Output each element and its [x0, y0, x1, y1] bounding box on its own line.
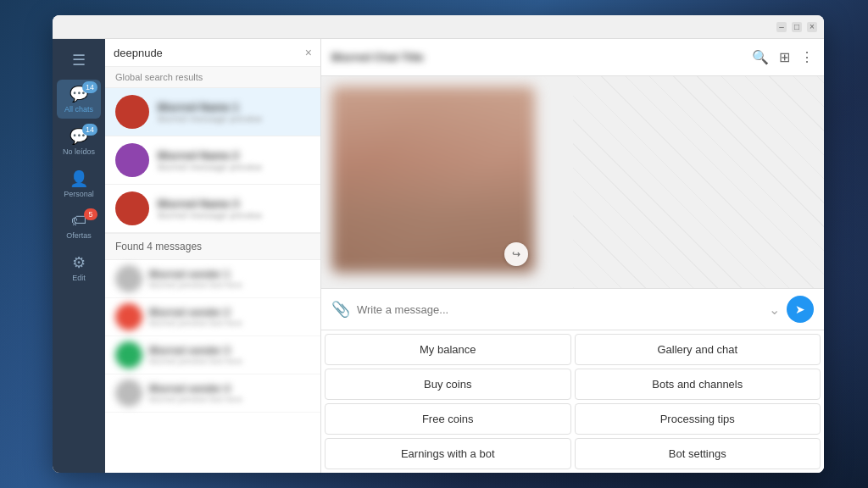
search-icon[interactable]: 🔍 — [752, 49, 769, 65]
unread-badge: 14 — [82, 124, 97, 136]
chat-name: Blurred Name 3 — [158, 197, 310, 210]
bots-channels-button[interactable]: Bots and channels — [575, 369, 821, 400]
sidebar-item-unread-label: No leídos — [63, 147, 95, 156]
list-item[interactable]: Blurred sender 4 blurred preview text he… — [105, 374, 320, 413]
chevron-down-icon[interactable]: ⌄ — [769, 302, 780, 318]
avatar — [115, 303, 142, 330]
send-button[interactable]: ➤ — [787, 296, 814, 323]
sidebar-item-offers-label: Ofertas — [66, 231, 92, 240]
message-input-area: 📎 ⌄ ➤ — [321, 288, 824, 330]
free-coins-button[interactable]: Free coins — [325, 403, 571, 435]
offers-badge: 5 — [84, 208, 97, 220]
sidebar-item-edit-label: Edit — [72, 274, 86, 282]
processing-tips-button[interactable]: Processing tips — [575, 403, 821, 435]
chat-preview: blurred preview text here — [149, 395, 310, 404]
sidebar-item-menu[interactable]: ☰ — [57, 46, 101, 76]
sidebar-icons: ☰ 14 💬 All chats 14 💬 No leídos 👤 Person… — [53, 39, 105, 473]
chat-info: Blurred sender 4 blurred preview text he… — [149, 383, 310, 404]
my-balance-button[interactable]: My balance — [325, 334, 571, 365]
chat-header-title: Blurred Chat Title — [331, 51, 745, 64]
chat-item[interactable]: Blurred Name 2 blurred message preview — [105, 136, 320, 185]
chat-preview: blurred preview text here — [149, 357, 310, 366]
chat-info: Blurred sender 3 blurred preview text he… — [149, 345, 310, 366]
app-window: – □ × ☰ 14 💬 All chats 14 💬 No leídos 👤 … — [53, 15, 824, 473]
minimize-button[interactable]: – — [776, 22, 787, 32]
chat-preview: blurred message preview — [158, 210, 310, 220]
edit-icon: ⚙ — [72, 253, 86, 272]
chat-info: Blurred sender 1 blurred preview text he… — [149, 269, 310, 290]
bot-menu: My balance Gallery and chat Buy coins Bo… — [321, 330, 824, 473]
forward-button[interactable]: ↪ — [504, 242, 528, 266]
chat-name: Blurred sender 4 — [149, 383, 310, 395]
message-image — [331, 86, 535, 273]
chat-bg-pattern — [573, 76, 825, 288]
avatar — [115, 143, 149, 177]
avatar — [115, 380, 142, 407]
personal-icon: 👤 — [70, 169, 88, 188]
chat-name: Blurred sender 1 — [149, 269, 310, 280]
chat-preview: blurred message preview — [158, 114, 310, 124]
global-search-label: Global search results — [105, 67, 320, 88]
chat-header: Blurred Chat Title 🔍 ⊞ ⋮ — [321, 39, 824, 76]
columns-icon[interactable]: ⊞ — [779, 49, 790, 65]
chat-list-panel: × Global search results Blurred Name 1 b… — [105, 39, 321, 473]
chat-item[interactable]: Blurred Name 3 blurred message preview — [105, 185, 320, 233]
sidebar-item-personal-label: Personal — [64, 190, 94, 198]
image-content — [331, 86, 535, 273]
search-clear-button[interactable]: × — [305, 46, 312, 59]
sidebar-item-personal[interactable]: 👤 Personal — [57, 164, 101, 203]
menu-icon: ☰ — [72, 51, 86, 69]
chat-info: Blurred Name 2 blurred message preview — [158, 149, 310, 172]
more-icon[interactable]: ⋮ — [800, 49, 814, 65]
chat-preview: blurred message preview — [158, 162, 310, 172]
chat-name: Blurred Name 2 — [158, 149, 310, 162]
chat-name: Blurred Name 1 — [158, 101, 310, 114]
sidebar-item-all-chats[interactable]: 14 💬 All chats — [57, 80, 101, 119]
earnings-bot-button[interactable]: Earnings with a bot — [325, 438, 571, 469]
search-bar: × — [105, 39, 320, 67]
list-item[interactable]: Blurred sender 3 blurred preview text he… — [105, 336, 320, 374]
sidebar-item-offers[interactable]: 5 🏷 Ofertas — [57, 207, 101, 245]
chat-info: Blurred Name 1 blurred message preview — [158, 101, 310, 124]
avatar — [115, 265, 142, 292]
gallery-chat-button[interactable]: Gallery and chat — [575, 334, 821, 365]
main-content: ☰ 14 💬 All chats 14 💬 No leídos 👤 Person… — [53, 39, 824, 473]
chat-messages[interactable]: ↪ — [321, 76, 824, 288]
sidebar-item-edit[interactable]: ⚙ Edit — [57, 248, 101, 287]
attach-button[interactable]: 📎 — [331, 300, 350, 319]
list-item[interactable]: Blurred sender 1 blurred preview text he… — [105, 260, 320, 298]
close-button[interactable]: × — [807, 22, 817, 32]
chat-info: Blurred sender 2 blurred preview text he… — [149, 307, 310, 328]
chat-list: Blurred Name 1 blurred message preview B… — [105, 88, 320, 473]
maximize-button[interactable]: □ — [792, 22, 802, 32]
chat-name: Blurred sender 3 — [149, 345, 310, 357]
bot-settings-button[interactable]: Bot settings — [575, 438, 821, 469]
image-message: ↪ — [331, 86, 535, 273]
sidebar-item-label: All chats — [64, 105, 93, 114]
send-icon: ➤ — [795, 302, 805, 316]
chat-area: Blurred Chat Title 🔍 ⊞ ⋮ ↪ — [321, 39, 824, 473]
search-input[interactable] — [114, 47, 300, 59]
avatar — [115, 341, 142, 369]
avatar — [115, 95, 149, 129]
sidebar-item-unread[interactable]: 14 💬 No leídos — [57, 122, 101, 161]
chat-name: Blurred sender 2 — [149, 307, 310, 319]
chat-preview: blurred preview text here — [149, 280, 310, 290]
message-input[interactable] — [357, 303, 762, 316]
all-chats-badge: 14 — [82, 81, 97, 93]
found-messages-label: Found 4 messages — [105, 233, 320, 260]
chat-info: Blurred Name 3 blurred message preview — [158, 197, 310, 220]
avatar — [115, 191, 149, 225]
chat-item[interactable]: Blurred Name 1 blurred message preview — [105, 88, 320, 136]
title-bar: – □ × — [53, 15, 824, 39]
chat-preview: blurred preview text here — [149, 319, 310, 328]
buy-coins-button[interactable]: Buy coins — [325, 369, 571, 400]
list-item[interactable]: Blurred sender 2 blurred preview text he… — [105, 298, 320, 336]
chat-header-actions: 🔍 ⊞ ⋮ — [752, 49, 814, 65]
